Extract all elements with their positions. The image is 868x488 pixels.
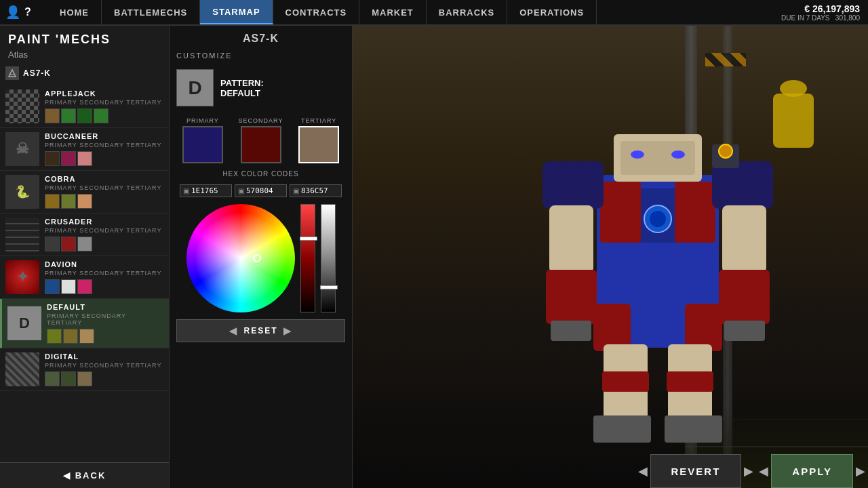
revert-button[interactable]: REVERT	[650, 454, 742, 488]
swatch-digital-1	[61, 371, 76, 386]
hex-inputs-row: ▣▣▣	[176, 184, 345, 197]
pattern-item-davion[interactable]: ✦DAVIONPRIMARY SECONDARY TERTIARY	[0, 256, 169, 299]
color-slot-box-tertiary[interactable]	[298, 126, 339, 163]
swatch-cobra-0	[45, 194, 60, 209]
pattern-thumb-digital	[5, 352, 39, 386]
svg-rect-20	[685, 304, 722, 351]
svg-rect-17	[724, 321, 765, 341]
user-icon[interactable]: 👤	[5, 5, 20, 20]
revert-bracket-left: ◀	[635, 464, 650, 479]
color-slot-box-primary[interactable]	[182, 126, 223, 163]
pattern-preview[interactable]: D	[176, 69, 214, 106]
back-label: BACK	[75, 470, 106, 481]
pattern-labels-digital: PRIMARY SECONDARY TERTIARY	[45, 362, 163, 369]
swatch-crusader-0	[45, 237, 60, 251]
swatch-cobra-2	[77, 194, 92, 209]
swatch-buccaneer-2	[77, 151, 92, 166]
color-slot-box-secondary[interactable]	[241, 126, 281, 163]
pattern-item-default[interactable]: DDEFAULTPRIMARY SECONDARY TERTIARY	[0, 299, 169, 348]
svg-rect-13	[722, 205, 766, 273]
color-swatches-cobra	[45, 194, 163, 209]
swatch-davion-0	[45, 279, 60, 294]
action-buttons: ◀ REVERT ▶ ◀ APPLY ▶	[635, 454, 868, 488]
hex-input-2[interactable]	[301, 186, 338, 195]
pattern-info-crusader: CRUSADERPRIMARY SECONDARY TERTIARY	[45, 218, 163, 251]
pattern-name-buccaneer: BUCCANEER	[45, 132, 163, 140]
nav-operations[interactable]: OPERATIONS	[507, 0, 597, 24]
svg-rect-24	[667, 371, 713, 392]
pattern-thumb-crusader	[5, 218, 39, 251]
pattern-labels-davion: PRIMARY SECONDARY TERTIARY	[45, 270, 163, 277]
hangar-details	[353, 26, 868, 488]
swatch-applejack-0	[45, 108, 60, 123]
hex-input-0[interactable]	[191, 186, 229, 195]
apply-bracket-left: ◀	[756, 464, 771, 479]
pattern-label-text: PATTERN:	[220, 78, 264, 88]
reset-arrow-left: ◀	[229, 325, 238, 336]
svg-rect-10	[542, 161, 604, 209]
svg-rect-14	[546, 270, 597, 324]
due-info: DUE IN 7 DAYS 301,800	[781, 14, 860, 22]
reset-button[interactable]: ◀ RESET ▶	[176, 319, 345, 342]
pattern-info-davion: DAVIONPRIMARY SECONDARY TERTIARY	[45, 260, 163, 294]
color-wheel-container	[176, 204, 345, 312]
pattern-name-digital: DIGITAL	[45, 352, 163, 361]
mech-class: Atlas	[0, 48, 169, 64]
nav-home[interactable]: HOME	[47, 0, 102, 24]
pattern-label: PATTERN: DEFAULT	[220, 78, 264, 98]
credits-display: € 26,197,893 DUE IN 7 DAYS 301,800	[773, 0, 868, 24]
color-swatches-applejack	[45, 108, 163, 123]
pattern-item-crusader[interactable]: CRUSADERPRIMARY SECONDARY TERTIARY	[0, 214, 169, 256]
nav-battlemechs[interactable]: BATTLEMECHS	[102, 0, 200, 24]
svg-rect-4	[600, 182, 641, 243]
nav-contracts[interactable]: CONTRACTS	[273, 0, 360, 24]
hex-codes-header: HEX COLOR CODES	[176, 170, 345, 178]
pattern-item-cobra[interactable]: 🐍COBRAPRIMARY SECONDARY TERTIARY	[0, 171, 169, 214]
due-label: DUE IN 7 DAYS	[781, 14, 830, 22]
nav-barracks[interactable]: BARRACKS	[427, 0, 507, 24]
svg-rect-23	[602, 371, 649, 392]
reset-arrow-right: ▶	[283, 325, 292, 336]
pattern-thumb-cobra: 🐍	[5, 175, 39, 209]
svg-point-28	[650, 211, 666, 227]
left-sidebar: PAINT 'MECHS Atlas AS7-K APPLEJACKPRIMAR…	[0, 26, 170, 488]
pattern-item-applejack[interactable]: APPLEJACKPRIMARY SECONDARY TERTIARY	[0, 85, 169, 128]
pattern-thumb-default: D	[7, 306, 41, 340]
svg-rect-7	[620, 141, 695, 175]
svg-rect-5	[675, 182, 715, 243]
swatch-digital-2	[77, 371, 92, 386]
pattern-value-text: DEFAULT	[220, 88, 260, 98]
nav-starmap[interactable]: STARMAP	[200, 0, 273, 24]
pattern-item-buccaneer[interactable]: ☠BUCCANEERPRIMARY SECONDARY TERTIARY	[0, 128, 169, 171]
pattern-item-digital[interactable]: DIGITALPRIMARY SECONDARY TERTIARY	[0, 348, 169, 391]
pattern-labels-crusader: PRIMARY SECONDARY TERTIARY	[45, 227, 163, 234]
swatch-buccaneer-0	[45, 151, 60, 166]
hex-input-1[interactable]	[246, 186, 283, 195]
nav-market[interactable]: MARKET	[359, 0, 427, 24]
customize-panel: AS7-K CUSTOMIZE D PATTERN: DEFAULT PRIMA…	[170, 26, 353, 488]
swatch-crusader-2	[77, 237, 92, 251]
swatch-davion-1	[61, 279, 76, 294]
pattern-info-cobra: COBRAPRIMARY SECONDARY TERTIARY	[45, 175, 163, 209]
user-icons: 👤 ?	[0, 0, 47, 24]
color-wheel[interactable]	[186, 204, 295, 312]
alpha-slider[interactable]	[321, 204, 336, 312]
swatch-cobra-1	[61, 194, 76, 209]
help-icon[interactable]: ?	[24, 6, 31, 18]
back-button[interactable]: ◀ BACK	[0, 462, 169, 488]
color-swatches-davion	[45, 279, 163, 294]
alpha-thumb	[320, 285, 338, 289]
svg-rect-16	[551, 321, 591, 341]
pattern-preview-icon: D	[188, 77, 201, 99]
brightness-slider[interactable]	[300, 204, 315, 312]
due-amount: 301,800	[835, 14, 860, 22]
color-swatches-default	[47, 329, 163, 344]
credits-value: 26,197,893	[812, 3, 860, 14]
pattern-info-applejack: APPLEJACKPRIMARY SECONDARY TERTIARY	[45, 89, 163, 123]
swatch-applejack-3	[94, 108, 108, 123]
mech-selector[interactable]: AS7-K	[0, 64, 169, 85]
swatch-applejack-2	[77, 108, 92, 123]
apply-button[interactable]: APPLY	[771, 454, 853, 488]
pattern-name-applejack: APPLEJACK	[45, 89, 163, 98]
color-swatches-crusader	[45, 237, 163, 251]
